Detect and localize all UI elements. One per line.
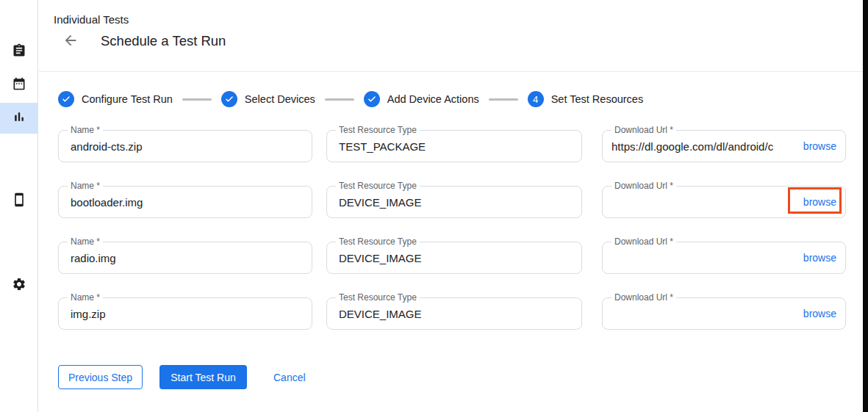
step-connector <box>489 98 518 101</box>
sidebar-item-tests[interactable] <box>0 37 38 68</box>
sidebar-item-settings[interactable] <box>0 270 38 301</box>
download-url-field[interactable]: Download Url * browse <box>602 242 846 274</box>
download-url-field-value <box>611 187 797 217</box>
back-button[interactable] <box>61 33 80 51</box>
resource-type-field[interactable]: Test Resource Type DEVICE_IMAGE <box>326 186 582 218</box>
download-url-field[interactable]: Download Url * https://dl.google.com/dl/… <box>602 130 846 162</box>
name-field-value: radio.img <box>71 242 306 273</box>
back-arrow-icon <box>62 32 79 51</box>
form-actions: Previous Step Start Test Run Cancel <box>58 365 306 389</box>
window-right-edge <box>863 0 868 412</box>
resource-type-field[interactable]: Test Resource Type DEVICE_IMAGE <box>326 297 582 330</box>
step-complete-icon <box>221 91 237 107</box>
resource-type-field-value: DEVICE_IMAGE <box>339 298 575 329</box>
name-field[interactable]: Name * bootloader.img <box>58 186 312 218</box>
sidebar-item-test-runs[interactable] <box>0 103 38 134</box>
resource-type-field-value: DEVICE_IMAGE <box>339 187 575 217</box>
download-url-field[interactable]: Download Url * browse <box>602 297 846 330</box>
resource-row: Name * bootloader.img Test Resource Type… <box>58 186 846 218</box>
resource-row: Name * android-cts.zip Test Resource Typ… <box>58 130 846 162</box>
step-complete-icon <box>58 91 74 107</box>
sidebar <box>0 0 38 412</box>
name-field[interactable]: Name * img.zip <box>58 297 312 330</box>
step-configure-test-run[interactable]: Configure Test Run <box>58 91 173 107</box>
previous-step-button[interactable]: Previous Step <box>58 365 143 389</box>
name-field[interactable]: Name * radio.img <box>58 242 312 274</box>
step-select-devices[interactable]: Select Devices <box>221 91 315 107</box>
download-url-field-value <box>611 242 797 273</box>
resource-type-field-value: DEVICE_IMAGE <box>339 242 575 273</box>
step-connector <box>325 98 354 101</box>
name-field-value: android-cts.zip <box>71 131 306 162</box>
gear-icon <box>12 277 26 294</box>
clipboard-icon <box>12 43 26 61</box>
resource-type-field-value: TEST_PACKAGE <box>339 131 575 162</box>
download-url-field-value: https://dl.google.com/dl/android/c <box>611 131 797 162</box>
step-label: Add Device Actions <box>387 93 479 105</box>
step-complete-icon <box>364 91 380 107</box>
main-content: Individual Tests Schedule a Test Run Con… <box>39 0 863 412</box>
step-label: Configure Test Run <box>82 93 173 105</box>
browse-link[interactable]: browse <box>803 298 836 329</box>
browse-link[interactable]: browse <box>803 131 836 162</box>
calendar-icon <box>12 76 26 94</box>
resource-row: Name * radio.img Test Resource Type DEVI… <box>58 242 846 274</box>
resource-type-field[interactable]: Test Resource Type TEST_PACKAGE <box>326 130 582 162</box>
step-label: Set Test Resources <box>551 93 643 105</box>
bar-chart-icon <box>12 109 26 127</box>
step-set-test-resources[interactable]: 4 Set Test Resources <box>528 91 643 107</box>
resource-row: Name * img.zip Test Resource Type DEVICE… <box>58 297 846 330</box>
test-resources-form: Name * android-cts.zip Test Resource Typ… <box>58 130 846 353</box>
header-divider <box>39 71 863 72</box>
cancel-link[interactable]: Cancel <box>273 372 306 383</box>
name-field-value: bootloader.img <box>71 187 306 217</box>
name-field[interactable]: Name * android-cts.zip <box>58 130 312 162</box>
smartphone-icon <box>12 192 26 210</box>
step-add-device-actions[interactable]: Add Device Actions <box>364 91 479 107</box>
step-number-badge: 4 <box>528 91 544 107</box>
page-title: Schedule a Test Run <box>101 33 226 49</box>
step-label: Select Devices <box>245 93 315 105</box>
browse-link[interactable]: browse <box>803 187 836 217</box>
name-field-value: img.zip <box>71 298 306 329</box>
stepper: Configure Test Run Select Devices Add De… <box>58 91 643 107</box>
start-test-run-button[interactable]: Start Test Run <box>159 365 247 389</box>
sidebar-item-test-plans[interactable] <box>0 70 38 101</box>
step-connector <box>182 98 212 101</box>
download-url-field-value <box>611 298 797 329</box>
sidebar-item-devices[interactable] <box>0 186 38 217</box>
download-url-field[interactable]: Download Url * browse <box>602 186 846 218</box>
breadcrumb: Individual Tests <box>54 13 129 26</box>
resource-type-field[interactable]: Test Resource Type DEVICE_IMAGE <box>326 242 582 274</box>
browse-link[interactable]: browse <box>803 242 836 273</box>
